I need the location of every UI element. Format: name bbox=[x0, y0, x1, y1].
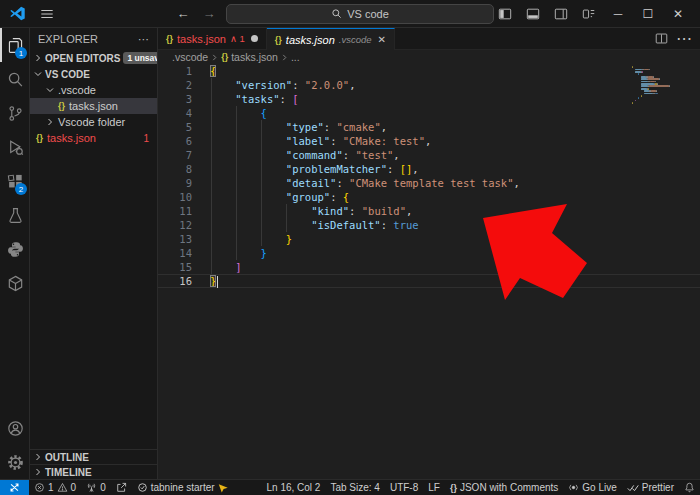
code-line-13[interactable]: 13 } bbox=[158, 232, 700, 246]
search-icon bbox=[7, 71, 24, 88]
double-check-icon bbox=[627, 483, 639, 493]
code-line-12[interactable]: 12 "isDefault": true bbox=[158, 218, 700, 232]
forward-arrow-icon[interactable]: → bbox=[200, 6, 218, 21]
indentation[interactable]: Tab Size: 4 bbox=[325, 480, 384, 495]
activity-source-control[interactable] bbox=[0, 96, 29, 130]
activity-explorer[interactable]: 1 bbox=[0, 28, 29, 62]
code-area[interactable]: 1{2 "version": "2.0.0",3 "tasks": [4 {5 … bbox=[158, 64, 700, 288]
tab-bar: {} tasks.json ∧ 1 {} tasks.json .vscode … bbox=[158, 28, 700, 50]
minimap[interactable] bbox=[632, 66, 676, 104]
tree-item-tasks-json[interactable]: {}tasks.json bbox=[30, 98, 157, 114]
broadcast-icon bbox=[568, 482, 579, 493]
toggle-panel-icon[interactable] bbox=[522, 3, 544, 25]
line-number: 8 bbox=[158, 162, 198, 176]
python-icon bbox=[7, 241, 24, 258]
prettier[interactable]: Prettier bbox=[622, 480, 679, 495]
code-line-8[interactable]: 8 "problemMatcher": [], bbox=[158, 162, 700, 176]
json-file-icon: {} bbox=[221, 52, 228, 62]
code-line-3[interactable]: 3 "tasks": [ bbox=[158, 92, 700, 106]
tree-item-tasks-json[interactable]: {}tasks.json1 bbox=[30, 130, 157, 146]
modified-dot-icon[interactable] bbox=[251, 35, 258, 42]
chevron-right-icon bbox=[211, 54, 218, 61]
toggle-secondary-sidebar-icon[interactable] bbox=[550, 3, 572, 25]
code-line-11[interactable]: 11 "kind": "build", bbox=[158, 204, 700, 218]
tree-item-vscode-folder[interactable]: Vscode folder bbox=[30, 114, 157, 130]
line-number: 6 bbox=[158, 134, 198, 148]
share-indicator[interactable] bbox=[111, 480, 132, 495]
line-number: 2 bbox=[158, 78, 198, 92]
activity-hex-extension[interactable] bbox=[0, 266, 29, 300]
code-line-7[interactable]: 7 "command": "test", bbox=[158, 148, 700, 162]
cursor-position[interactable]: Ln 16, Col 2 bbox=[261, 480, 325, 495]
remote-icon bbox=[9, 482, 20, 493]
tab-tasks-json-root[interactable]: {} tasks.json ∧ 1 bbox=[158, 28, 267, 49]
more-actions-icon[interactable]: ⋯ bbox=[676, 29, 692, 48]
explorer-sidebar: EXPLORER ⋯ OPEN EDITORS 1 unsaved VS COD… bbox=[30, 28, 158, 479]
restore-icon[interactable]: ☐ bbox=[636, 7, 660, 21]
line-number: 11 bbox=[158, 204, 198, 218]
indent-guide bbox=[236, 106, 237, 260]
activity-settings[interactable] bbox=[0, 445, 29, 479]
code-line-15[interactable]: 15 ] bbox=[158, 260, 700, 274]
customize-layout-icon[interactable] bbox=[578, 3, 600, 25]
go-live[interactable]: Go Live bbox=[563, 480, 621, 495]
command-center-search[interactable]: VS code bbox=[226, 4, 494, 24]
code-line-6[interactable]: 6 "label": "CMake: test", bbox=[158, 134, 700, 148]
split-editor-icon[interactable] bbox=[655, 32, 668, 45]
back-arrow-icon[interactable]: ← bbox=[174, 6, 192, 21]
toggle-sidebar-icon[interactable] bbox=[494, 3, 516, 25]
encoding[interactable]: UTF-8 bbox=[385, 480, 423, 495]
open-editors-section[interactable]: OPEN EDITORS 1 unsaved bbox=[30, 50, 157, 66]
minimize-icon[interactable]: ─ bbox=[606, 7, 630, 21]
tab-problem-decoration: ∧ 1 bbox=[230, 33, 245, 44]
warning-icon bbox=[57, 482, 68, 493]
ellipsis-icon[interactable]: ⋯ bbox=[138, 33, 149, 46]
outline-section[interactable]: OUTLINE bbox=[30, 449, 157, 464]
braces-icon: {} bbox=[450, 483, 457, 493]
timeline-section[interactable]: TIMELINE bbox=[30, 464, 157, 479]
text-cursor bbox=[217, 276, 219, 288]
problems-indicator[interactable]: 1 0 bbox=[29, 480, 81, 495]
code-line-10[interactable]: 10 "group": { bbox=[158, 190, 700, 204]
activity-python[interactable] bbox=[0, 232, 29, 266]
ports-indicator[interactable]: 0 bbox=[81, 480, 111, 495]
chevron-right-icon bbox=[46, 118, 54, 126]
menu-icon[interactable] bbox=[36, 3, 58, 25]
code-line-4[interactable]: 4 { bbox=[158, 106, 700, 120]
eol-sequence[interactable]: LF bbox=[423, 480, 445, 495]
tabnine-icon bbox=[137, 482, 148, 493]
remote-indicator[interactable] bbox=[0, 480, 29, 495]
code-line-9[interactable]: 9 "detail": "CMake template test task", bbox=[158, 176, 700, 190]
unsaved-badge: 1 unsaved bbox=[123, 52, 157, 64]
activity-run-debug[interactable] bbox=[0, 130, 29, 164]
activity-testing[interactable] bbox=[0, 198, 29, 232]
indent-guide bbox=[211, 78, 212, 274]
notifications[interactable] bbox=[679, 480, 700, 495]
close-tab-icon[interactable]: ✕ bbox=[378, 34, 386, 45]
activity-search[interactable] bbox=[0, 62, 29, 96]
breadcrumb-symbol[interactable]: ... bbox=[291, 51, 300, 63]
activity-accounts[interactable] bbox=[0, 411, 29, 445]
tree-item--vscode[interactable]: .vscode bbox=[30, 82, 157, 98]
workspace-root-section[interactable]: VS CODE bbox=[30, 66, 157, 82]
tab-tasks-json-vscode[interactable]: {} tasks.json .vscode ✕ bbox=[267, 28, 395, 50]
language-mode[interactable]: {} JSON with Comments bbox=[445, 480, 563, 495]
code-line-16[interactable]: 16} bbox=[158, 274, 700, 288]
close-icon[interactable]: ✕ bbox=[666, 7, 690, 21]
problems-count-badge: 1 bbox=[143, 133, 149, 144]
code-line-14[interactable]: 14 } bbox=[158, 246, 700, 260]
line-number: 3 bbox=[158, 92, 198, 106]
chevron-down-icon bbox=[34, 70, 42, 78]
editor-body[interactable]: 1{2 "version": "2.0.0",3 "tasks": [4 {5 … bbox=[158, 64, 700, 479]
status-bar: 1 0 0 tabnine starter bbox=[0, 479, 700, 495]
line-number: 14 bbox=[158, 246, 198, 260]
line-number: 5 bbox=[158, 120, 198, 134]
breadcrumb-folder[interactable]: .vscode bbox=[172, 51, 208, 63]
code-line-1[interactable]: 1{ bbox=[158, 64, 700, 78]
json-file-icon: {} bbox=[58, 101, 65, 111]
code-line-2[interactable]: 2 "version": "2.0.0", bbox=[158, 78, 700, 92]
activity-extensions[interactable]: 2 bbox=[0, 164, 29, 198]
code-line-5[interactable]: 5 "type": "cmake", bbox=[158, 120, 700, 134]
tabnine-indicator[interactable]: tabnine starter bbox=[132, 480, 235, 495]
breadcrumb-file[interactable]: tasks.json bbox=[231, 51, 278, 63]
